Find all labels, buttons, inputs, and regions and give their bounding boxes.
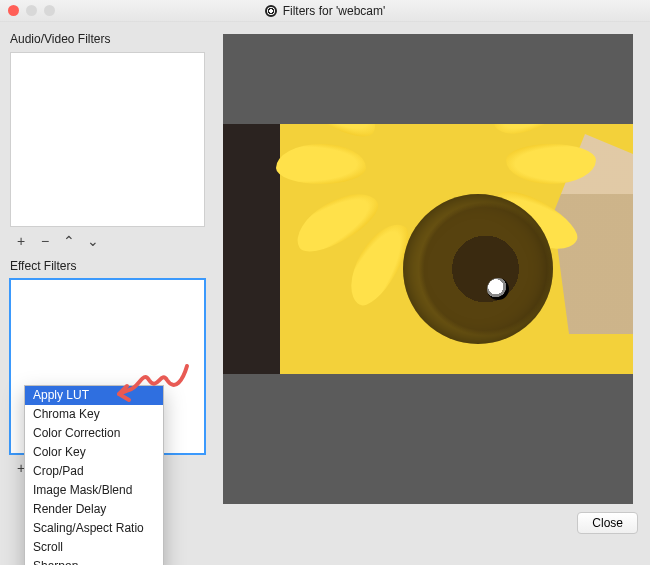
window-title-text: Filters for 'webcam' — [283, 4, 386, 18]
preview-sunflower-center — [403, 194, 553, 344]
filter-menu-item[interactable]: Chroma Key — [25, 405, 163, 424]
footer: Close — [223, 512, 638, 534]
window-title: Filters for 'webcam' — [0, 4, 650, 18]
audio-video-filters-label: Audio/Video Filters — [10, 32, 207, 46]
close-button[interactable]: Close — [577, 512, 638, 534]
add-effect-filter-menu: Apply LUTChroma KeyColor CorrectionColor… — [24, 385, 164, 565]
filter-menu-item[interactable]: Scaling/Aspect Ratio — [25, 519, 163, 538]
move-audio-filter-up-button[interactable]: ⌃ — [62, 233, 76, 249]
minimize-window-icon[interactable] — [26, 5, 37, 16]
filter-menu-item[interactable]: Color Key — [25, 443, 163, 462]
move-audio-filter-down-button[interactable]: ⌄ — [86, 233, 100, 249]
filter-menu-item[interactable]: Scroll — [25, 538, 163, 557]
remove-audio-filter-button[interactable]: − — [38, 233, 52, 249]
zoom-window-icon[interactable] — [44, 5, 55, 16]
preview-eye-shape — [487, 278, 509, 300]
right-panel: Close — [217, 22, 650, 565]
filter-menu-item[interactable]: Image Mask/Blend — [25, 481, 163, 500]
filter-menu-item[interactable]: Sharpen — [25, 557, 163, 565]
filter-menu-item[interactable]: Render Delay — [25, 500, 163, 519]
add-audio-filter-button[interactable]: + — [14, 233, 28, 249]
window-controls — [0, 5, 55, 16]
audio-video-toolbar: + − ⌃ ⌄ — [10, 227, 207, 259]
effect-filters-label: Effect Filters — [10, 259, 207, 273]
audio-video-filters-list[interactable] — [10, 52, 205, 227]
filter-menu-item[interactable]: Crop/Pad — [25, 462, 163, 481]
obs-icon — [265, 5, 277, 17]
preview-area — [223, 34, 633, 504]
filter-menu-item[interactable]: Color Correction — [25, 424, 163, 443]
preview-video — [223, 124, 633, 374]
filter-menu-item[interactable]: Apply LUT — [25, 386, 163, 405]
close-window-icon[interactable] — [8, 5, 19, 16]
titlebar: Filters for 'webcam' — [0, 0, 650, 22]
